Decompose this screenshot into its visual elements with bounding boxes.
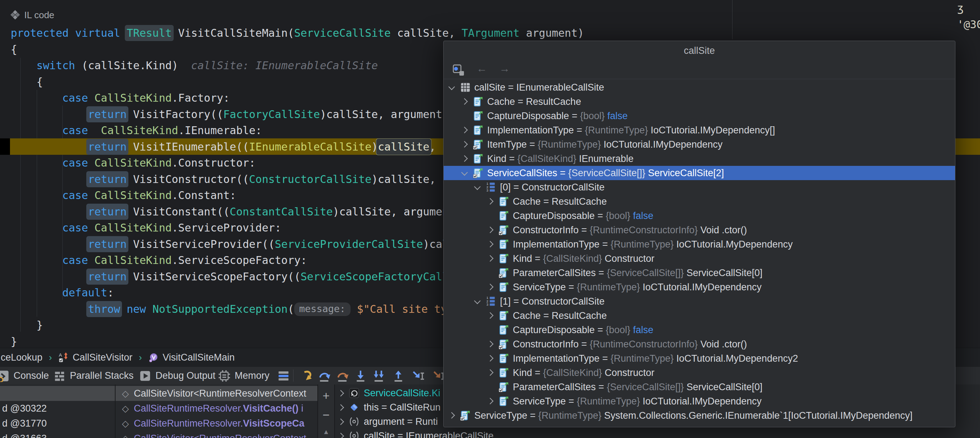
chevron-right-icon[interactable] [487,341,493,347]
breadcrumb-item-namespace[interactable]: ceLookup [1,352,43,363]
tab-memory[interactable]: Memory [218,367,270,385]
frame-row[interactable]: ◇CallSiteVisitor<RuntimeResolverContext [116,431,317,438]
chevron-right-icon[interactable] [487,369,493,376]
watch-icon [349,388,360,398]
tree-row-text: ConstructorInfo [513,225,579,236]
chevron-right-icon[interactable] [461,141,468,147]
frame-row[interactable]: ◇CallSiteRuntimeResolver.VisitCache() i [116,401,317,416]
frames-list[interactable]: ◇CallSiteVisitor<RuntimeResolverContext◇… [116,384,317,438]
tree-row[interactable]: 123 [0] = ConstructorCallSite [444,180,955,194]
tab-debug-output[interactable]: Debug Output [139,367,215,385]
code-token: new [127,303,146,315]
tree-row-text: = [595,325,606,335]
smart-step-into-icon[interactable] [373,370,385,382]
show-execution-point-icon[interactable] [300,370,312,382]
chevron-down-icon[interactable] [474,298,480,304]
tree-row[interactable]: CaptureDisposable = {bool} false [444,323,955,337]
tree-row[interactable]: Kind = {CallSiteKind} Constructor [444,252,955,266]
tree-row[interactable]: Cache = ResultCache [444,309,955,323]
tree-row[interactable]: Kind = {CallSiteKind} Constructor [444,366,955,380]
label: ServiceCallSite.Ki [364,388,441,399]
threads-list[interactable]: d @30322d @31770d @31663 [0,384,116,438]
tree-row[interactable]: Cache = ResultCache [444,94,955,109]
chevron-down-icon[interactable] [461,169,468,175]
tree-row[interactable]: ConstructorInfo = {RuntimeConstructorInf… [444,337,955,351]
code-line: case CallSiteKind.Factory: [11,90,230,106]
chevron-right-icon[interactable] [487,255,493,261]
tree-row[interactable]: ParameterCallSites = {ServiceCallSite[]}… [444,380,955,394]
tree-row-text: = ConstructorCallSite [511,182,605,193]
tree-row[interactable]: 123 [1] = ConstructorCallSite [444,294,955,309]
chevron-down-icon[interactable] [474,183,480,190]
step-out-icon[interactable] [392,370,404,382]
thread-row[interactable]: d @31770 [0,416,115,431]
code-token: case [62,92,88,104]
move-watch-up-button[interactable]: ▲ [318,428,334,436]
property-badge-icon [460,410,471,421]
force-step-over-icon[interactable] [336,370,348,382]
tree-row[interactable]: ServiceType = {RuntimeType} IoCTutorial.… [444,394,955,408]
tree-row[interactable]: ImplementationType = {RuntimeType} IoCTu… [444,351,955,366]
chevron-right-icon[interactable] [337,433,344,438]
step-into-icon[interactable] [355,370,367,382]
tree-row[interactable]: ImplementationType = {RuntimeType} IoCTu… [444,237,955,252]
chevron-right-icon[interactable] [337,390,344,396]
chevron-right-icon[interactable] [487,241,493,247]
tree-row[interactable]: callSite = IEnumerableCallSite [444,80,955,94]
step-over-icon[interactable] [318,370,330,382]
forward-arrow-icon[interactable]: → [499,62,510,75]
label: argument = Runti [364,416,438,427]
tree-row-text: = ResultCache [541,196,607,207]
tree-row[interactable]: ServiceType = {RuntimeType} System.Colle… [444,408,955,423]
thread-row[interactable]: d @30322 [0,401,115,416]
chevron-right-icon[interactable] [337,418,344,425]
tree-row[interactable]: ServiceType = {RuntimeType} IoCTutorial.… [444,280,955,294]
breadcrumb-item-class[interactable]: A CallSiteVisitor [59,352,133,363]
variable-row[interactable]: callSite = IEnumerableCallSite [334,429,980,438]
chevron-right-icon[interactable] [487,226,493,233]
code-token [11,189,62,202]
chevron-right-icon[interactable] [461,98,468,105]
force-run-to-cursor-icon[interactable] [433,370,445,382]
tree-row[interactable]: ServiceCallSites = {ServiceCallSite[]} S… [444,166,955,180]
chevron-right-icon[interactable] [337,404,344,411]
chevron-right-icon[interactable] [487,398,493,404]
tree-row[interactable]: ImplementationType = {RuntimeType} IoCTu… [444,123,955,137]
breadcrumb-item-method[interactable]: VisitCallSiteMain [148,352,235,363]
tree-row-text: = [595,210,606,221]
tree-row[interactable]: ParameterCallSites = {ServiceCallSite[]}… [444,266,955,280]
thread-row[interactable]: d @31663 [0,431,115,438]
chevron-right-icon[interactable] [461,155,468,162]
chevron-right-icon[interactable] [448,412,455,418]
chevron-right-icon[interactable] [487,355,493,361]
frame-row[interactable]: ◇CallSiteRuntimeResolver.VisitScopeCa [116,416,317,431]
tree-row[interactable]: Kind = {CallSiteKind} IEnumerable [444,151,955,166]
tree-row[interactable]: CaptureDisposable = {bool} false [444,209,955,223]
thread-row[interactable] [0,386,115,401]
frame-row[interactable]: ◇CallSiteVisitor<RuntimeResolverContext [116,386,317,401]
property-icon [498,353,509,364]
tab-parallel-stacks[interactable]: Parallel Stacks [54,367,134,385]
chevron-down-icon[interactable] [448,83,455,90]
chevron-right-icon[interactable] [487,312,493,319]
tree-row[interactable]: Cache = ResultCache [444,194,955,209]
chevron-right-icon[interactable] [487,284,493,290]
tree-row[interactable]: ConstructorInfo = {RuntimeConstructorInf… [444,223,955,237]
add-watch-button[interactable]: + [318,389,334,403]
variables-view-icon[interactable] [452,64,465,76]
tab-console[interactable]: Console [0,367,49,385]
tree-row[interactable]: ItemType = {RuntimeType} IoCTutorial.IMy… [444,137,955,151]
run-to-cursor-icon[interactable] [412,370,424,382]
chevron-right-icon[interactable] [487,198,493,204]
tree-row-text: IoCTutorial.MyDependency2 [674,353,798,364]
back-arrow-icon[interactable]: ← [476,62,487,75]
remove-watch-button[interactable]: − [318,408,334,422]
chevron-right-icon[interactable] [461,127,468,133]
property-icon [498,396,509,407]
tree-row[interactable]: CaptureDisposable = {bool} false [444,109,955,123]
code-token: ServiceCallSite [294,27,391,39]
threads-view-icon[interactable] [277,370,290,382]
label: CallSiteRuntimeResolver. [134,403,243,414]
code-token: VisitConstructor(( [127,173,249,185]
code-token: return [88,205,127,218]
